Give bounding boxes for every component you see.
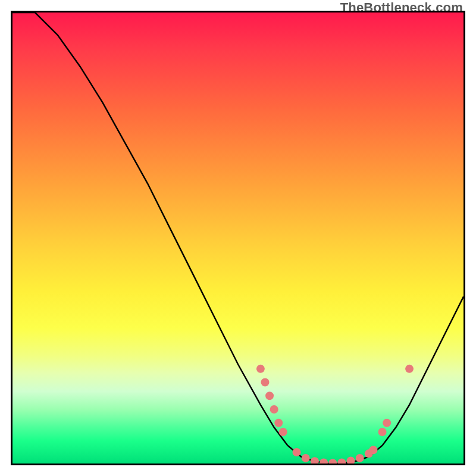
data-point (311, 457, 319, 464)
data-point (302, 454, 310, 462)
chart-frame (11, 11, 465, 465)
data-point (337, 459, 346, 464)
data-point (256, 365, 265, 373)
data-point (320, 459, 328, 464)
data-point (328, 459, 337, 464)
data-point (274, 419, 283, 427)
bottleneck-curve (12, 12, 464, 464)
data-point (347, 456, 355, 464)
chart-plot (12, 12, 464, 464)
data-point (261, 378, 269, 387)
data-point (378, 428, 387, 436)
data-point-markers (256, 365, 414, 464)
data-point (383, 419, 391, 427)
data-point (356, 454, 364, 462)
data-point (293, 448, 301, 456)
data-point (369, 446, 377, 454)
data-point (405, 365, 414, 373)
data-point (270, 405, 278, 414)
data-point (279, 428, 287, 436)
data-point (265, 392, 274, 400)
